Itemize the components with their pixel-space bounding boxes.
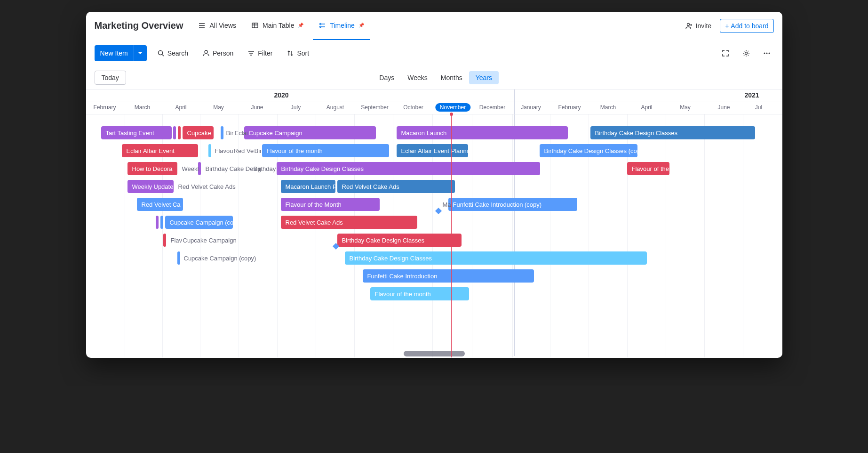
timeline-bar-collapsed-label[interactable]: Cupcake Campaign (181, 234, 239, 247)
timeline-bar[interactable] (173, 126, 176, 139)
timeline-bar[interactable]: Cupcake (183, 126, 214, 139)
timeline-bar[interactable]: Funfetti Cake Introduction (363, 269, 534, 283)
new-item-button[interactable]: New Item (95, 45, 134, 61)
timeline-bar[interactable]: Birthday Cake Design Classes (copy) (540, 144, 637, 157)
sort-button[interactable]: Sort (283, 47, 313, 60)
timeline-bar-collapsed-label[interactable]: Birthday (252, 162, 278, 175)
svg-point-8 (320, 26, 321, 27)
tab-main-table[interactable]: Main Table 📌 (246, 12, 309, 40)
timeline-bar[interactable]: Red Velvet Cake Ads (337, 180, 455, 193)
timeline-bar[interactable]: Birthday Cake Design Classes (345, 251, 647, 265)
tab-timeline[interactable]: Timeline 📌 (313, 12, 369, 40)
timeline-bar[interactable] (156, 216, 159, 229)
timeline-bar[interactable]: How to Decora (127, 162, 177, 175)
plus-icon: + (725, 22, 729, 30)
table-icon (251, 22, 259, 29)
timeline-bar[interactable]: Red Velvet Cake Ads (281, 216, 417, 229)
timeline-bar[interactable] (178, 126, 181, 139)
timeline-bar[interactable]: Weekly Update (127, 180, 174, 193)
month-label: March (600, 104, 616, 111)
month-label: June (251, 104, 263, 111)
tab-label: All Views (209, 22, 236, 29)
timeline-bar[interactable] (208, 144, 211, 157)
period-weeks[interactable]: Weeks (401, 71, 434, 84)
tab-all-views[interactable]: All Views (192, 12, 242, 40)
pin-icon: 📌 (298, 23, 303, 28)
timeline-bar[interactable] (221, 126, 223, 139)
svg-point-20 (764, 53, 765, 54)
today-marker (451, 114, 452, 357)
month-label: October (403, 104, 423, 111)
period-months[interactable]: Months (434, 71, 469, 84)
timeline-icon (319, 22, 326, 29)
svg-rect-3 (252, 23, 258, 28)
timeline-bar[interactable]: Macaron Launch (397, 126, 568, 139)
invite-button[interactable]: Invite (681, 19, 716, 32)
timeline-bar[interactable]: Flavour of the (627, 162, 669, 175)
month-label: July (291, 104, 301, 111)
person-filter-button[interactable]: Person (199, 47, 237, 60)
timeline-bar-collapsed-label[interactable]: Bir (253, 144, 264, 157)
topbar: Marketing Overview All Views Main Table … (86, 12, 782, 40)
timeline-bar[interactable]: Funfetti Cake Introduction (copy) (448, 198, 577, 211)
svg-point-15 (205, 50, 207, 53)
timeline-bar[interactable]: Cupcake Campaign (244, 126, 376, 139)
period-days[interactable]: Days (373, 71, 401, 84)
person-plus-icon (685, 22, 693, 30)
tab-label: Main Table (263, 22, 294, 29)
period-years[interactable]: Years (469, 71, 499, 84)
timeline-bar[interactable] (163, 234, 166, 247)
period-selector: Days Weeks Months Years (373, 71, 499, 84)
timeline-bar[interactable]: Flavour of the month (262, 144, 389, 157)
timeline-bar[interactable]: Cupcake Campaign (copy (165, 216, 233, 229)
view-tabs: All Views Main Table 📌 Timeline 📌 (192, 12, 369, 40)
timeline-bar-collapsed-label[interactable]: Cupcake Campaign (copy) (182, 251, 258, 265)
sort-icon (287, 49, 294, 57)
month-label: June (717, 104, 730, 111)
timeline-bar[interactable] (160, 216, 163, 229)
timeline-bars: Tart Tasting EventCupcakeCupcake Campaig… (86, 124, 782, 357)
more-button[interactable] (760, 46, 774, 60)
timeline-bar[interactable]: Eclair Affair Event (122, 144, 198, 157)
timeline-bar-collapsed-label[interactable]: Weekl (180, 162, 201, 175)
timeline-bar-collapsed-label[interactable]: Eclai (233, 126, 250, 139)
svg-point-10 (687, 23, 689, 25)
invite-label: Invite (696, 22, 711, 30)
month-label: December (479, 104, 505, 111)
timeline-bar[interactable]: Tart Tasting Event (101, 126, 172, 139)
timeline-bar[interactable]: Flavour of the month (370, 287, 469, 300)
month-header: FebruaryMarchAprilMayJuneJulyAugustSepte… (86, 102, 782, 114)
filter-button[interactable]: Filter (244, 47, 276, 60)
month-label: February (93, 104, 116, 111)
svg-point-6 (320, 23, 321, 24)
app-window: Marketing Overview All Views Main Table … (86, 12, 782, 358)
today-button[interactable]: Today (95, 71, 126, 85)
new-item-dropdown[interactable] (134, 45, 147, 61)
month-label: January (521, 104, 541, 111)
timeline-bar-collapsed-label[interactable]: Red Velvet Cake Ads (176, 180, 238, 193)
timeline-view[interactable]: 20202021 FebruaryMarchAprilMayJuneJulyAu… (86, 89, 782, 357)
timeline-bar[interactable]: Birthday Cake Design Classes (277, 162, 540, 175)
year-header: 20202021 (86, 89, 782, 102)
timeline-bar[interactable]: Macaron Launch Pa (281, 180, 335, 193)
month-label: April (175, 104, 186, 111)
horizontal-scrollbar[interactable] (404, 351, 465, 356)
svg-point-13 (158, 51, 162, 55)
search-button[interactable]: Search (153, 47, 192, 60)
timeline-bar[interactable]: Flavour of the Month (281, 198, 380, 211)
timeline-bar[interactable]: Eclair Affair Event Planning (397, 144, 468, 157)
search-label: Search (167, 49, 188, 57)
timeline-bar[interactable]: Birthday Cake Design Classes (590, 126, 755, 139)
filter-label: Filter (258, 49, 272, 57)
add-to-board-button[interactable]: + Add to board (720, 19, 773, 33)
tab-label: Timeline (330, 22, 354, 29)
timeline-bar[interactable] (177, 251, 180, 265)
toolbar: New Item Search Person Filter Sort (86, 40, 782, 66)
fullscreen-button[interactable] (718, 46, 733, 60)
timeline-bar[interactable]: Birthday Cake Design Classes (337, 234, 462, 247)
svg-point-21 (766, 53, 767, 54)
timeline-bar[interactable]: Red Velvet Ca (137, 198, 183, 211)
settings-button[interactable] (739, 46, 753, 60)
add-to-board-label: Add to board (731, 22, 768, 30)
month-label: May (680, 104, 691, 111)
